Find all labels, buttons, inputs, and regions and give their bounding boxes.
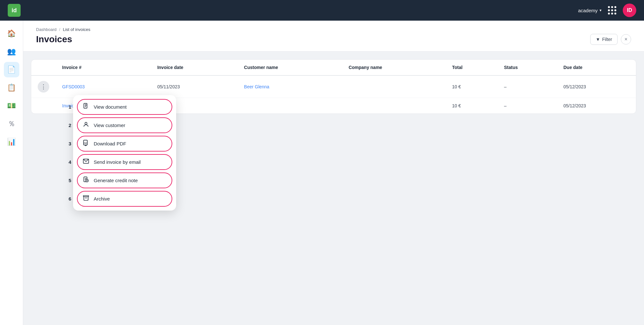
col-status: Status <box>497 60 557 75</box>
menu-item-archive-label: Archive <box>94 196 110 202</box>
svg-text:PDF: PDF <box>84 142 87 144</box>
download-pdf-icon: PDF <box>82 140 90 148</box>
main-content: Dashboard / List of invoices Invoices ▼ … <box>23 21 644 325</box>
page-header: Dashboard / List of invoices Invoices ▼ … <box>23 21 644 52</box>
menu-item-download-pdf[interactable]: 3 PDF Download PDF <box>77 136 172 152</box>
table-row: ⋮ GFSD0003 05/11/2023 Beer Glenna 10 € –… <box>31 75 636 98</box>
filter-label: Filter <box>602 37 612 42</box>
row1-due-date: 05/12/2023 <box>557 75 636 98</box>
sidebar-item-home[interactable]: 🏠 <box>4 26 19 41</box>
row1-customer-link[interactable]: Beer Glenna <box>244 84 270 89</box>
row1-invoice-date: 05/11/2023 <box>151 75 237 98</box>
row1-action-cell: ⋮ <box>31 75 56 98</box>
page-title: Invoices <box>36 34 72 44</box>
filter-button[interactable]: ▼ Filter <box>590 34 618 45</box>
navbar-right: academy ▾ ID <box>578 4 636 17</box>
row2-action-cell <box>31 98 56 114</box>
breadcrumb-dashboard[interactable]: Dashboard <box>36 27 57 32</box>
academy-label: academy <box>578 8 598 13</box>
col-customer-name: Customer name <box>238 60 342 75</box>
col-due-date: Due date <box>557 60 636 75</box>
send-email-icon <box>82 158 90 166</box>
row1-company-name <box>342 75 446 98</box>
sidebar-item-discounts[interactable]: ％ <box>4 116 19 132</box>
row1-action-button[interactable]: ⋮ <box>38 81 49 93</box>
row1-customer-name: Beer Glenna <box>238 75 342 98</box>
chevron-down-icon: ▾ <box>600 8 601 13</box>
col-action <box>31 60 56 75</box>
svg-rect-7 <box>83 196 89 197</box>
row2-status: – <box>497 98 557 114</box>
menu-item-credit-note-label: Generate credit note <box>94 178 138 183</box>
menu-item-number-3: 3 <box>69 141 71 146</box>
sidebar-item-invoices[interactable]: 📄 <box>4 62 19 77</box>
menu-item-view-customer-label: View customer <box>94 123 125 128</box>
menu-item-number-2: 2 <box>69 123 71 128</box>
menu-item-number-6: 6 <box>69 196 71 202</box>
invoices-table-container: Invoice # Invoice date Customer name Com… <box>31 59 636 114</box>
row1-invoice-link[interactable]: GFSD0003 <box>62 84 85 89</box>
page-title-row: Invoices ▼ Filter × <box>36 34 631 45</box>
credit-note-icon <box>82 176 90 184</box>
sidebar: 🏠 👥 📄 📋 💵 ％ 📊 <box>0 21 23 325</box>
row1-status: – <box>497 75 557 98</box>
menu-item-number-4: 4 <box>69 159 71 165</box>
menu-item-view-customer[interactable]: 2 View customer <box>77 117 172 133</box>
col-invoice-num: Invoice # <box>56 60 151 75</box>
navbar: id academy ▾ ID <box>0 0 644 21</box>
menu-item-number-1: 1 <box>69 104 71 110</box>
col-total: Total <box>446 60 497 75</box>
row1-total: 10 € <box>446 75 497 98</box>
academy-menu[interactable]: academy ▾ <box>578 8 601 13</box>
svg-point-1 <box>85 122 87 124</box>
table-header-row: Invoice # Invoice date Customer name Com… <box>31 60 636 75</box>
view-customer-icon <box>82 121 90 129</box>
filter-icon: ▼ <box>596 37 600 42</box>
breadcrumb-separator: / <box>59 27 61 32</box>
menu-item-download-pdf-label: Download PDF <box>94 141 126 146</box>
row2-company-name <box>342 98 446 114</box>
col-company-name: Company name <box>342 60 446 75</box>
menu-item-credit-note[interactable]: 5 Generate credit note <box>77 172 172 188</box>
row2-customer-name <box>238 98 342 114</box>
app-logo: id <box>8 4 21 17</box>
breadcrumb: Dashboard / List of invoices <box>36 27 631 32</box>
archive-icon <box>82 195 90 203</box>
view-document-icon <box>82 103 90 111</box>
row2-due-date: 05/12/2023 <box>557 98 636 114</box>
menu-item-number-5: 5 <box>69 178 71 183</box>
menu-item-archive[interactable]: 6 Archive <box>77 191 172 207</box>
menu-item-view-document-label: View document <box>94 104 127 110</box>
menu-item-send-email[interactable]: 4 Send invoice by email <box>77 154 172 170</box>
layout: 🏠 👥 📄 📋 💵 ％ 📊 Dashboard / List of invoic… <box>0 21 644 325</box>
context-menu: 1 View document 2 View customer 3 <box>73 95 176 211</box>
row1-invoice-num: GFSD0003 <box>56 75 151 98</box>
sidebar-item-billing[interactable]: 💵 <box>4 98 19 113</box>
breadcrumb-current: List of invoices <box>63 27 90 32</box>
menu-item-send-email-label: Send invoice by email <box>94 159 141 165</box>
col-invoice-date: Invoice date <box>151 60 237 75</box>
sidebar-item-customers[interactable]: 👥 <box>4 44 19 59</box>
row2-total: 10 € <box>446 98 497 114</box>
user-avatar[interactable]: ID <box>623 4 636 17</box>
sidebar-item-reports[interactable]: 📊 <box>4 134 19 150</box>
menu-item-view-document[interactable]: 1 View document <box>77 99 172 115</box>
filter-area: ▼ Filter × <box>590 34 631 45</box>
filter-close-button[interactable]: × <box>621 34 631 44</box>
sidebar-item-documents[interactable]: 📋 <box>4 80 19 95</box>
apps-grid-icon[interactable] <box>608 6 616 15</box>
